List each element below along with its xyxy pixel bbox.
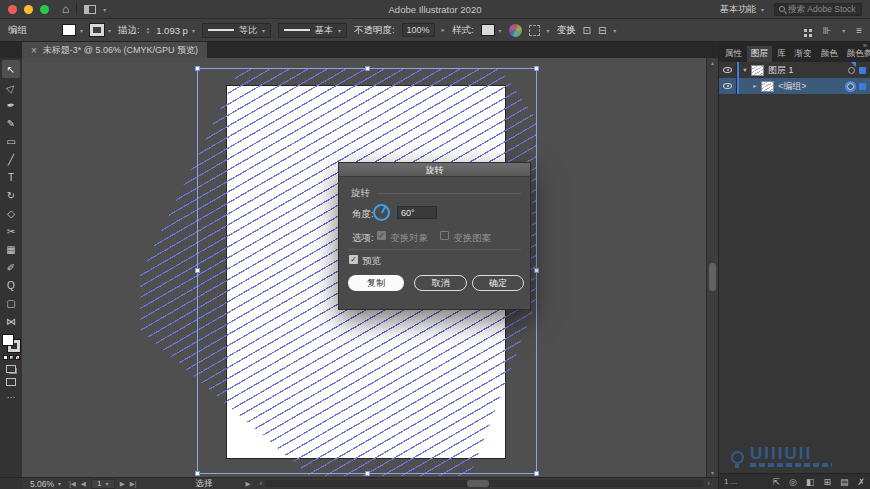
cancel-button[interactable]: 取消 bbox=[414, 275, 467, 291]
home-icon[interactable]: ⌂ bbox=[62, 3, 69, 15]
last-artboard-button[interactable]: ▶| bbox=[130, 480, 137, 488]
artboard-tool[interactable]: ▢ bbox=[2, 294, 20, 312]
selection-handle[interactable] bbox=[534, 268, 539, 273]
chevron-down-icon[interactable]: ▾ bbox=[547, 27, 550, 34]
chevron-down-icon[interactable]: ▾ bbox=[842, 27, 845, 34]
scissors-tool[interactable]: ✂ bbox=[2, 222, 20, 240]
chevron-down-icon[interactable]: ▾ bbox=[80, 27, 83, 34]
chevron-down-icon[interactable]: ▾ bbox=[103, 6, 106, 13]
eyedropper-tool[interactable]: ✐ bbox=[2, 258, 20, 276]
chevron-down-icon[interactable]: ▾ bbox=[499, 27, 502, 34]
ok-button[interactable]: 确定 bbox=[472, 275, 524, 291]
delete-layer-icon[interactable]: ✗ bbox=[857, 477, 865, 487]
chevron-down-icon[interactable]: ▾ bbox=[613, 27, 616, 34]
horizontal-scrollbar[interactable]: ‹ › bbox=[260, 479, 711, 488]
document-tab[interactable]: × 未标题-3* @ 5.06% (CMYK/GPU 预览) bbox=[22, 42, 207, 58]
angle-input[interactable] bbox=[397, 206, 437, 219]
first-artboard-button[interactable]: |◀ bbox=[69, 480, 76, 488]
curvature-tool[interactable]: ✎ bbox=[2, 114, 20, 132]
none-mode-icon[interactable] bbox=[15, 355, 20, 360]
fill-swatch[interactable] bbox=[2, 334, 14, 346]
transform-button[interactable]: 变换 bbox=[557, 24, 576, 37]
zoom-tool[interactable]: Q bbox=[2, 276, 20, 294]
rotate-tool[interactable]: ↻ bbox=[2, 186, 20, 204]
eye-icon[interactable] bbox=[723, 67, 732, 73]
layer-name[interactable]: 图层 1 bbox=[768, 64, 848, 77]
search-input[interactable] bbox=[788, 4, 858, 14]
stroke-weight-value[interactable]: 1.093 p bbox=[156, 25, 188, 36]
close-window-button[interactable] bbox=[8, 5, 17, 14]
arrange-documents-icon[interactable] bbox=[804, 29, 807, 32]
stroke-stepper[interactable]: ▴▾ bbox=[147, 26, 150, 34]
selection-handle[interactable] bbox=[195, 268, 200, 273]
transform-objects-checkbox[interactable]: ✓ bbox=[377, 231, 386, 240]
draw-mode-icon[interactable] bbox=[6, 365, 16, 373]
selection-handle[interactable] bbox=[195, 471, 200, 476]
selection-color-chip[interactable] bbox=[859, 83, 866, 90]
selection-handle[interactable] bbox=[534, 471, 539, 476]
new-sublayer-icon[interactable]: ⊞ bbox=[823, 477, 831, 487]
eye-icon[interactable] bbox=[723, 83, 732, 89]
group-name[interactable]: <编组> bbox=[778, 80, 847, 93]
tab-color[interactable]: 颜色 bbox=[817, 46, 842, 62]
minimize-window-button[interactable] bbox=[24, 5, 33, 14]
collect-for-export-icon[interactable]: ⇱ bbox=[772, 477, 780, 487]
horizontal-scroll-track[interactable] bbox=[265, 480, 704, 487]
selection-handle[interactable] bbox=[365, 471, 370, 476]
chevron-right-icon[interactable]: ▸ bbox=[442, 26, 445, 34]
target-circle-icon[interactable] bbox=[848, 67, 855, 74]
line-segment-tool[interactable]: ╱ bbox=[2, 150, 20, 168]
selection-handle[interactable] bbox=[195, 66, 200, 71]
horizontal-scroll-thumb[interactable] bbox=[467, 480, 489, 487]
screen-mode-icon[interactable] bbox=[6, 378, 16, 386]
tab-gradient[interactable]: 渐变 bbox=[791, 46, 816, 62]
selection-handle[interactable] bbox=[365, 66, 370, 71]
target-circle-icon[interactable] bbox=[847, 83, 854, 90]
zoom-level-dropdown[interactable]: 5.06% ▾ bbox=[27, 479, 64, 489]
close-tab-icon[interactable]: × bbox=[31, 45, 37, 56]
layer-row[interactable]: ▾ 图层 1 bbox=[719, 62, 870, 78]
transform-patterns-checkbox[interactable] bbox=[440, 231, 449, 240]
vertical-scrollbar[interactable]: ▴ ▾ bbox=[706, 58, 718, 477]
workspace-panels-icon[interactable]: ⊪ bbox=[822, 25, 831, 36]
tab-layers[interactable]: 图层 bbox=[747, 46, 772, 62]
opacity-value[interactable]: 100% bbox=[402, 23, 435, 37]
graphic-style-swatch[interactable] bbox=[481, 24, 495, 36]
expand-group-icon[interactable]: ▸ bbox=[749, 82, 761, 90]
scroll-right-icon[interactable]: › bbox=[707, 479, 710, 488]
eraser-tool[interactable]: ◇ bbox=[2, 204, 20, 222]
visibility-cell[interactable] bbox=[719, 62, 737, 78]
type-tool[interactable]: T bbox=[2, 168, 20, 186]
zoom-window-button[interactable] bbox=[40, 5, 49, 14]
make-mask-icon[interactable]: ◧ bbox=[806, 477, 815, 487]
chevron-down-icon[interactable]: ▾ bbox=[108, 27, 111, 34]
scroll-left-icon[interactable]: ‹ bbox=[260, 479, 263, 488]
control-bar-menu-icon[interactable]: ≡ bbox=[856, 25, 862, 36]
workspace-switcher[interactable]: 基本功能 ▾ bbox=[720, 3, 764, 16]
width-tool[interactable]: ⋈ bbox=[2, 312, 20, 330]
copy-button[interactable]: 复制 bbox=[348, 275, 404, 291]
dialog-title[interactable]: 旋转 bbox=[339, 163, 530, 177]
previous-artboard-button[interactable]: ◀ bbox=[81, 480, 86, 488]
edit-toolbar-icon[interactable]: … bbox=[7, 390, 16, 400]
width-profile-dropdown[interactable]: 等比 ▾ bbox=[202, 23, 271, 38]
scroll-down-icon[interactable]: ▾ bbox=[711, 469, 714, 476]
preview-checkbox[interactable]: ✓ bbox=[349, 255, 358, 264]
align-options-icon[interactable] bbox=[529, 25, 540, 36]
fill-stroke-indicator[interactable] bbox=[2, 334, 20, 352]
scroll-up-icon[interactable]: ▴ bbox=[711, 59, 714, 66]
collapse-dock-icon[interactable]: » bbox=[863, 42, 867, 49]
layer-thumbnail[interactable] bbox=[751, 65, 764, 76]
visibility-cell[interactable] bbox=[719, 78, 737, 94]
stroke-color-swatch[interactable] bbox=[90, 24, 104, 36]
layout-icon[interactable] bbox=[84, 5, 96, 14]
group-thumbnail[interactable] bbox=[761, 81, 774, 92]
tab-libraries[interactable]: 库 bbox=[773, 46, 790, 62]
rectangle-tool[interactable]: ▭ bbox=[2, 132, 20, 150]
angle-dial[interactable] bbox=[373, 204, 390, 221]
status-flyout-icon[interactable]: ▶ bbox=[246, 480, 251, 488]
vertical-scroll-thumb[interactable] bbox=[709, 263, 716, 291]
align-objects-icon[interactable]: ⊡ bbox=[583, 25, 591, 36]
expand-layer-icon[interactable]: ▾ bbox=[739, 66, 751, 74]
recolor-artwork-icon[interactable] bbox=[509, 24, 522, 37]
